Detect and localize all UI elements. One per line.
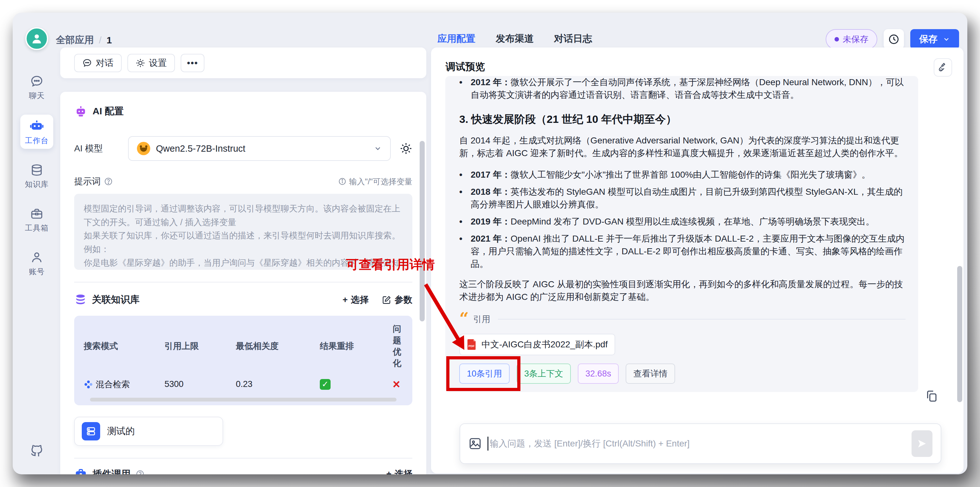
quote-icon: “ — [459, 314, 469, 325]
sidebar-item-label: 知识库 — [25, 179, 49, 189]
sidebar-item-label: 聊天 — [29, 90, 45, 101]
kb-min-relevance-value: 0.23 — [236, 379, 320, 389]
app-toolbar-card: 对话 设置 ••• — [60, 48, 426, 78]
kb-search-mode-value: 混合检索 — [96, 379, 130, 390]
tab-app-config[interactable]: 应用配置 — [438, 32, 476, 45]
plugin-section-row: 插件调用 + 选择 — [74, 458, 412, 474]
info-icon — [338, 177, 347, 186]
citation-file-name: 中文-AIGC白皮书2022_副本.pdf — [482, 338, 608, 351]
hybrid-search-icon — [84, 380, 93, 389]
github-link[interactable] — [29, 443, 44, 458]
context-count-badge[interactable]: 3条上下文 — [517, 363, 571, 384]
kb-settings-table: 搜索模式 引用上限 最低相关度 结果重排 问题优化 混合检索 5300 0.23… — [74, 316, 412, 405]
clock-icon — [888, 33, 899, 45]
database-icon — [74, 293, 87, 306]
message-paragraph: 自 2014 年起，生成式对抗网络（Generative Adversarial… — [459, 134, 905, 160]
tab-chat-logs[interactable]: 对话日志 — [554, 32, 592, 45]
gear-icon — [400, 142, 412, 155]
plus-icon: + — [387, 469, 391, 474]
copy-message-button[interactable] — [925, 389, 938, 403]
kb-select-button[interactable]: + 选择 — [343, 294, 369, 306]
prompt-variable-hint: 输入"/"可选择变量 — [338, 176, 412, 187]
settings-button[interactable]: 设置 — [127, 54, 175, 72]
kb-quote-limit-value: 5300 — [164, 379, 236, 389]
user-icon — [30, 251, 43, 264]
pdf-file-icon: PDF — [467, 339, 477, 350]
breadcrumb-root[interactable]: 全部应用 — [56, 33, 94, 46]
status-dot — [835, 37, 839, 41]
svg-text:PDF: PDF — [468, 344, 474, 348]
model-value: Qwen2.5-72B-Instruct — [156, 143, 368, 154]
unsaved-status-badge: 未保存 — [826, 29, 877, 49]
prompt-label: 提示词 — [74, 175, 113, 187]
response-badges: 10条引用 3条上下文 32.68s 查看详情 — [459, 363, 905, 384]
chat-bubble-icon — [30, 75, 43, 88]
ai-config-section-header: AI 配置 — [74, 105, 412, 118]
kb-col-question-optimize: 问题优化 — [393, 323, 403, 369]
sidebar: 聊天 工作台 知识库 — [13, 13, 61, 474]
sidebar-item-workbench[interactable]: 工作台 — [20, 115, 53, 149]
chat-input[interactable] — [490, 439, 912, 449]
chevron-down-icon — [943, 35, 950, 43]
timeline-item: • 2019 年：DeepMind 发布了 DVD-GAN 模型用以生成连续视频… — [459, 215, 905, 228]
model-select[interactable]: Qwen2.5-72B-Instruct — [128, 136, 391, 161]
kb-col-search-mode: 搜索模式 — [84, 340, 164, 352]
kb-col-quote-limit: 引用上限 — [164, 340, 236, 352]
sidebar-item-toolbox[interactable]: 工具箱 — [20, 203, 53, 236]
ellipsis-icon: ••• — [187, 58, 198, 68]
header-tabs: 应用配置 发布渠道 对话日志 — [438, 32, 592, 45]
kb-table-scrollbar[interactable] — [90, 398, 396, 401]
optimize-disabled-x-icon: × — [393, 377, 400, 391]
section-divider — [74, 282, 412, 282]
sidebar-item-account[interactable]: 账号 — [20, 247, 53, 280]
model-settings-button[interactable] — [400, 142, 412, 155]
more-menu-button[interactable]: ••• — [181, 54, 204, 72]
citation-file-chip[interactable]: PDF 中文-AIGC白皮书2022_副本.pdf — [459, 334, 615, 355]
sidebar-item-knowledge[interactable]: 知识库 — [20, 160, 53, 192]
gear-icon — [136, 58, 145, 68]
kb-params-button[interactable]: 参数 — [382, 294, 412, 306]
send-button[interactable] — [912, 430, 932, 457]
chat-bubble-icon — [83, 58, 92, 68]
robot-icon — [29, 119, 44, 133]
avatar[interactable] — [25, 27, 48, 50]
chevron-down-icon — [374, 144, 382, 152]
chat-button[interactable]: 对话 — [74, 54, 122, 72]
rerank-enabled-check-icon: ✓ — [320, 379, 331, 390]
help-icon[interactable] — [136, 470, 145, 474]
annotation-note: 可查看引用详情 — [346, 256, 435, 273]
robot-icon — [74, 105, 88, 118]
save-button[interactable]: 保存 — [910, 29, 959, 49]
app-window: 聊天 工作台 知识库 — [13, 13, 967, 474]
chat-scrollbar[interactable] — [957, 266, 962, 402]
plugin-select-button[interactable]: + 选择 — [387, 468, 412, 474]
assistant-message-bubble: • 2007 年：纽约大学人工智能研究员罗斯·古德温装配的人工智能系统通过对公路… — [445, 76, 918, 392]
help-icon[interactable] — [104, 177, 113, 186]
sidebar-item-chat[interactable]: 聊天 — [20, 71, 53, 104]
text-cursor — [487, 437, 488, 451]
kb-dataset-card[interactable]: 测试的 — [74, 417, 223, 446]
view-details-button[interactable]: 查看详情 — [626, 363, 675, 384]
chat-input-bar — [460, 424, 941, 464]
tab-publish-channel[interactable]: 发布渠道 — [496, 32, 534, 45]
kb-settings-row: 混合检索 5300 0.23 ✓ × — [84, 378, 403, 391]
clear-chat-button[interactable] — [934, 58, 952, 77]
response-time-badge[interactable]: 32.68s — [578, 363, 619, 384]
timeline-item: • 2018 年：英伟达发布的 StyleGAN 模型可以自动生成图片，目前已升… — [459, 186, 905, 211]
sidebar-item-label: 工具箱 — [25, 223, 49, 233]
timeline-item: • 2021 年：OpenAI 推出了 DALL-E 并于一年后推出了升级版本 … — [459, 232, 905, 270]
sidebar-item-label: 工作台 — [25, 135, 49, 146]
dataset-icon — [86, 426, 96, 437]
citation-divider — [498, 319, 905, 319]
message-heading: 3. 快速发展阶段（21 世纪 10 年代中期至今） — [459, 113, 905, 125]
plugin-toolbox-icon — [74, 467, 88, 474]
copy-icon — [925, 389, 938, 403]
app-config-panel: AI 配置 AI 模型 Qwen2.5-72B-Instruct 提示词 — [60, 92, 426, 474]
citation-section-header: “ 引用 — [459, 313, 905, 325]
config-panel-scrollbar[interactable] — [420, 141, 425, 321]
plus-icon: + — [343, 295, 348, 305]
kb-dataset-name: 测试的 — [107, 425, 135, 438]
history-button[interactable] — [884, 29, 904, 49]
image-upload-icon[interactable] — [468, 437, 482, 450]
breadcrumb-current: 1 — [107, 35, 112, 46]
